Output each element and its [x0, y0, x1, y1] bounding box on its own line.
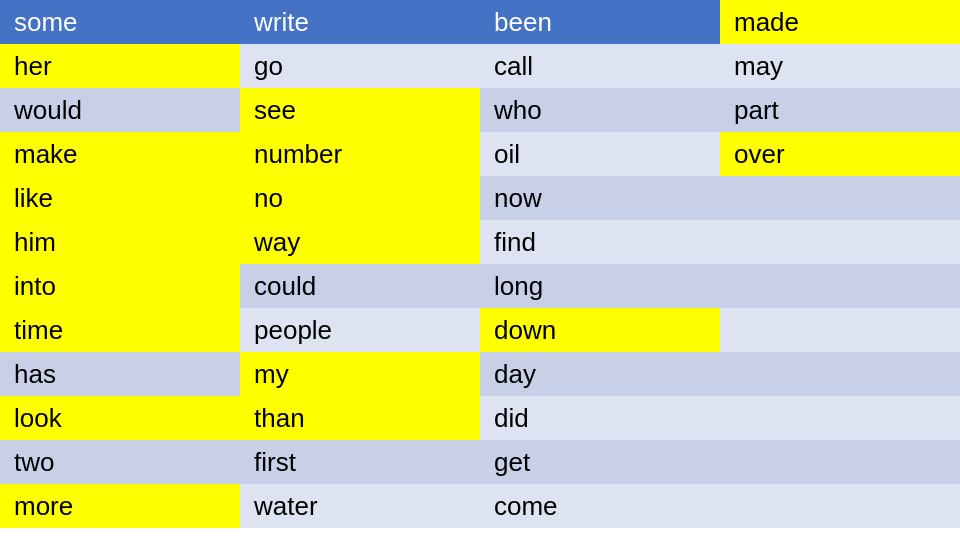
cell-9-1: than [240, 396, 480, 440]
cell-4-3 [720, 176, 960, 220]
cell-0-3: made [720, 0, 960, 44]
cell-3-3: over [720, 132, 960, 176]
cell-9-3 [720, 396, 960, 440]
cell-11-3 [720, 484, 960, 528]
cell-8-1: my [240, 352, 480, 396]
cell-6-1: could [240, 264, 480, 308]
cell-11-2: come [480, 484, 720, 528]
cell-6-2: long [480, 264, 720, 308]
cell-2-1: see [240, 88, 480, 132]
cell-7-3 [720, 308, 960, 352]
cell-4-1: no [240, 176, 480, 220]
cell-10-2: get [480, 440, 720, 484]
cell-7-1: people [240, 308, 480, 352]
cell-0-0: some [0, 0, 240, 44]
cell-10-3 [720, 440, 960, 484]
cell-9-0: look [0, 396, 240, 440]
cell-10-1: first [240, 440, 480, 484]
cell-11-0: more [0, 484, 240, 528]
cell-1-2: call [480, 44, 720, 88]
cell-4-2: now [480, 176, 720, 220]
word-table: somewritebeenmadehergocallmaywouldseewho… [0, 0, 960, 540]
cell-3-0: make [0, 132, 240, 176]
cell-5-1: way [240, 220, 480, 264]
cell-7-0: time [0, 308, 240, 352]
cell-5-0: him [0, 220, 240, 264]
cell-10-0: two [0, 440, 240, 484]
cell-6-3 [720, 264, 960, 308]
cell-5-3 [720, 220, 960, 264]
cell-8-0: has [0, 352, 240, 396]
cell-11-1: water [240, 484, 480, 528]
cell-4-0: like [0, 176, 240, 220]
cell-3-2: oil [480, 132, 720, 176]
cell-8-2: day [480, 352, 720, 396]
cell-2-3: part [720, 88, 960, 132]
cell-7-2: down [480, 308, 720, 352]
cell-6-0: into [0, 264, 240, 308]
cell-0-1: write [240, 0, 480, 44]
cell-2-0: would [0, 88, 240, 132]
cell-5-2: find [480, 220, 720, 264]
cell-3-1: number [240, 132, 480, 176]
cell-0-2: been [480, 0, 720, 44]
cell-8-3 [720, 352, 960, 396]
cell-1-0: her [0, 44, 240, 88]
cell-1-3: may [720, 44, 960, 88]
cell-2-2: who [480, 88, 720, 132]
cell-9-2: did [480, 396, 720, 440]
cell-1-1: go [240, 44, 480, 88]
